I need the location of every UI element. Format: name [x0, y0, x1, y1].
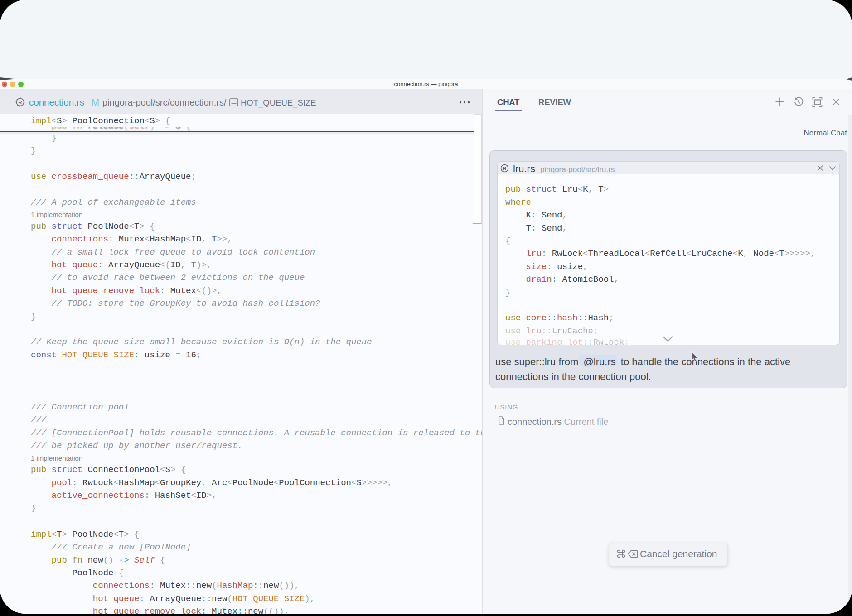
svg-text:R: R: [503, 166, 507, 171]
